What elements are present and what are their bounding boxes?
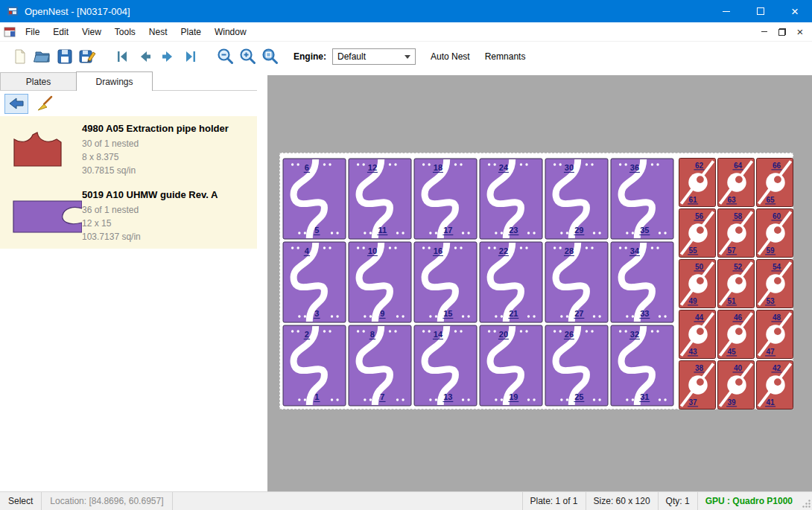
purple-part-pair[interactable]: 2221 bbox=[480, 242, 542, 322]
menu-file[interactable]: File bbox=[19, 23, 46, 41]
red-part-pair[interactable]: 4039 bbox=[718, 361, 755, 409]
drawing-item-2[interactable]: 5019 A10 UHMW guide Rev. A 36 of 1 neste… bbox=[0, 182, 257, 249]
previous-arrow-icon bbox=[136, 48, 154, 66]
svg-text:14: 14 bbox=[434, 330, 443, 339]
first-arrow-icon bbox=[114, 48, 132, 66]
svg-text:18: 18 bbox=[434, 163, 443, 172]
svg-text:8: 8 bbox=[370, 330, 375, 339]
red-part-pair[interactable]: 5049 bbox=[679, 260, 716, 308]
svg-text:53: 53 bbox=[767, 297, 775, 305]
red-part-pair[interactable]: 5251 bbox=[718, 260, 755, 308]
svg-text:7: 7 bbox=[380, 392, 384, 401]
red-part-pair[interactable]: 6261 bbox=[679, 159, 716, 207]
purple-part-pair[interactable]: 65 bbox=[283, 159, 346, 239]
statusbar-size: Size: 60 x 120 bbox=[586, 492, 658, 510]
drawing-title: 5019 A10 UHMW guide Rev. A bbox=[82, 189, 218, 200]
menu-plate[interactable]: Plate bbox=[174, 23, 208, 41]
zoom-in-button[interactable] bbox=[237, 45, 259, 68]
mdi-minimize-icon bbox=[761, 31, 767, 33]
svg-text:61: 61 bbox=[689, 196, 698, 204]
save-as-button[interactable] bbox=[76, 45, 98, 68]
purple-part-pair[interactable]: 1211 bbox=[349, 159, 411, 239]
svg-text:32: 32 bbox=[630, 330, 639, 339]
purple-part-pair[interactable]: 21 bbox=[283, 325, 346, 406]
tab-plates[interactable]: Plates bbox=[0, 72, 77, 90]
svg-text:47: 47 bbox=[767, 348, 775, 356]
red-part-pair[interactable]: 5453 bbox=[757, 260, 793, 308]
svg-text:58: 58 bbox=[734, 212, 743, 220]
red-part-pair[interactable]: 4241 bbox=[757, 361, 793, 409]
remnants-button[interactable]: Remnants bbox=[478, 51, 533, 62]
import-drawing-button[interactable] bbox=[4, 94, 28, 114]
zoom-out-button[interactable] bbox=[215, 45, 237, 68]
purple-part-pair[interactable]: 2625 bbox=[545, 325, 608, 406]
nest-canvas[interactable]: 6512111817242330293635431091615222128273… bbox=[267, 75, 812, 491]
purple-part-pair[interactable]: 3635 bbox=[611, 159, 673, 239]
nest-layout: 6512111817242330293635431091615222128273… bbox=[280, 153, 794, 410]
save-floppy-icon bbox=[56, 48, 74, 66]
engine-select[interactable]: Default bbox=[332, 48, 416, 65]
red-part-pair[interactable]: 5655 bbox=[679, 209, 716, 258]
red-part-pair[interactable]: 3837 bbox=[679, 361, 716, 409]
window-maximize-button[interactable] bbox=[743, 0, 778, 22]
drawing-item-1[interactable]: 4980 A05 Extraction pipe holder 30 of 1 … bbox=[0, 116, 257, 182]
red-part-pair[interactable]: 4847 bbox=[757, 310, 793, 359]
menu-bar: File Edit View Tools Nest Plate Window × bbox=[0, 22, 812, 42]
first-plate-button[interactable] bbox=[112, 45, 134, 68]
menu-tools[interactable]: Tools bbox=[108, 23, 142, 41]
purple-part-pair[interactable]: 87 bbox=[349, 325, 411, 406]
next-plate-button[interactable] bbox=[156, 45, 179, 68]
mdi-minimize-button[interactable] bbox=[756, 25, 773, 39]
svg-text:45: 45 bbox=[728, 348, 737, 356]
menu-edit[interactable]: Edit bbox=[46, 23, 75, 41]
resize-grip[interactable] bbox=[800, 492, 812, 510]
svg-text:5: 5 bbox=[314, 226, 319, 235]
clear-drawings-button[interactable] bbox=[33, 94, 57, 114]
purple-part-pair[interactable]: 109 bbox=[349, 242, 411, 322]
menu-nest[interactable]: Nest bbox=[142, 23, 174, 41]
open-button[interactable] bbox=[31, 45, 54, 68]
purple-part-pair[interactable]: 1817 bbox=[414, 159, 477, 239]
svg-text:62: 62 bbox=[695, 162, 704, 170]
document-icon[interactable] bbox=[4, 27, 16, 37]
purple-part-pair[interactable]: 2827 bbox=[545, 242, 608, 322]
mdi-close-button[interactable]: × bbox=[792, 25, 808, 39]
previous-plate-button[interactable] bbox=[134, 45, 156, 68]
nest-plate[interactable]: 6512111817242330293635431091615222128273… bbox=[279, 153, 793, 409]
red-part-pair[interactable]: 5857 bbox=[718, 209, 755, 258]
save-as-icon bbox=[78, 48, 96, 66]
drawing-size: 12 x 15 bbox=[82, 217, 218, 230]
purple-part-pair[interactable]: 2019 bbox=[480, 325, 542, 406]
auto-nest-button[interactable]: Auto Nest bbox=[423, 51, 478, 62]
window-minimize-button[interactable] bbox=[709, 0, 743, 22]
purple-part-pair[interactable]: 3029 bbox=[545, 159, 608, 239]
menu-window[interactable]: Window bbox=[208, 23, 253, 41]
save-button[interactable] bbox=[54, 45, 76, 68]
svg-text:20: 20 bbox=[499, 330, 508, 339]
purple-part-pair[interactable]: 43 bbox=[283, 242, 346, 322]
purple-part-pair[interactable]: 3231 bbox=[611, 325, 673, 406]
back-arrow-icon bbox=[7, 96, 25, 111]
new-button[interactable] bbox=[9, 45, 31, 68]
red-part-pair[interactable]: 6059 bbox=[757, 209, 793, 258]
menu-view[interactable]: View bbox=[75, 23, 108, 41]
red-part-pair[interactable]: 6665 bbox=[757, 159, 793, 207]
svg-text:31: 31 bbox=[640, 392, 649, 401]
svg-text:22: 22 bbox=[499, 246, 508, 255]
red-part-pair[interactable]: 4645 bbox=[718, 310, 755, 359]
svg-text:49: 49 bbox=[689, 297, 698, 305]
mdi-restore-button[interactable] bbox=[774, 25, 790, 39]
svg-text:41: 41 bbox=[767, 398, 775, 407]
last-plate-button[interactable] bbox=[179, 45, 201, 68]
svg-text:36: 36 bbox=[630, 163, 639, 172]
drawing-nested-count: 30 of 1 nested bbox=[82, 137, 229, 150]
purple-part-pair[interactable]: 2423 bbox=[480, 159, 542, 239]
red-part-pair[interactable]: 4443 bbox=[679, 310, 716, 359]
purple-part-pair[interactable]: 1615 bbox=[414, 242, 477, 322]
tab-drawings[interactable]: Drawings bbox=[76, 71, 153, 91]
window-close-button[interactable]: × bbox=[778, 0, 812, 22]
purple-part-pair[interactable]: 1413 bbox=[414, 325, 477, 406]
purple-part-pair[interactable]: 3433 bbox=[611, 242, 673, 322]
zoom-fit-button[interactable] bbox=[259, 45, 282, 68]
red-part-pair[interactable]: 6463 bbox=[718, 159, 755, 207]
